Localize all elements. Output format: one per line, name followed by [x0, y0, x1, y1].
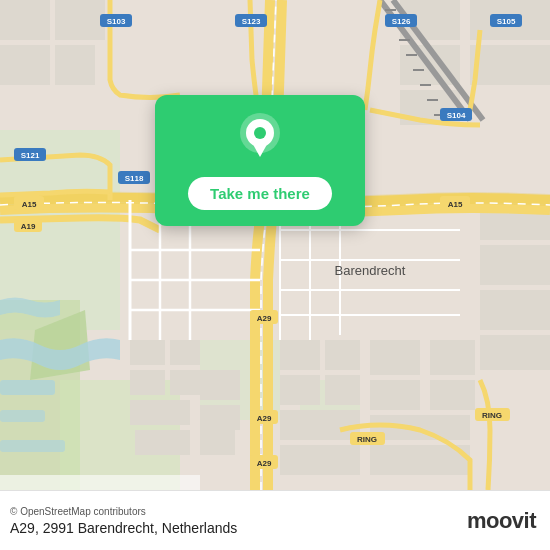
svg-text:A15: A15: [22, 200, 37, 209]
svg-text:S126: S126: [392, 17, 411, 26]
svg-rect-23: [370, 340, 420, 375]
svg-text:A29: A29: [257, 314, 272, 323]
svg-rect-33: [0, 45, 50, 85]
map-area: A15 A15 A15 A29 A29 A29 A19 S103 S121 S1…: [0, 0, 550, 490]
svg-rect-20: [325, 340, 360, 370]
svg-rect-29: [280, 445, 360, 475]
svg-rect-9: [0, 440, 65, 452]
svg-rect-8: [0, 410, 45, 422]
footer: © OpenStreetMap contributors A29, 2991 B…: [0, 490, 550, 550]
svg-rect-15: [200, 370, 240, 400]
svg-text:RING: RING: [482, 411, 502, 420]
svg-text:A15: A15: [448, 200, 463, 209]
svg-text:S103: S103: [107, 17, 126, 26]
svg-rect-87: [0, 475, 200, 490]
osm-credit: © OpenStreetMap contributors: [10, 506, 237, 517]
take-me-there-button[interactable]: Take me there: [188, 177, 332, 210]
svg-rect-22: [325, 375, 360, 405]
svg-rect-24: [430, 340, 475, 375]
svg-rect-17: [135, 430, 190, 455]
moovit-brand-text: moovit: [467, 508, 536, 534]
svg-rect-41: [480, 245, 550, 285]
location-pin-icon: [238, 113, 282, 165]
svg-text:S121: S121: [21, 151, 40, 160]
location-label: A29, 2991 Barendrecht, Netherlands: [10, 520, 237, 536]
svg-rect-21: [280, 375, 320, 405]
svg-text:S104: S104: [447, 111, 466, 120]
svg-text:Barendrecht: Barendrecht: [335, 263, 406, 278]
map-svg: A15 A15 A15 A29 A29 A29 A19 S103 S121 S1…: [0, 0, 550, 490]
svg-text:A29: A29: [257, 459, 272, 468]
svg-rect-27: [280, 410, 360, 440]
svg-rect-10: [130, 340, 165, 365]
svg-text:RING: RING: [357, 435, 377, 444]
svg-text:S118: S118: [125, 174, 144, 183]
svg-rect-18: [200, 430, 235, 455]
svg-point-90: [254, 127, 266, 139]
svg-rect-26: [430, 380, 475, 410]
svg-rect-31: [0, 0, 50, 40]
svg-rect-34: [55, 45, 95, 85]
svg-rect-38: [470, 45, 550, 85]
svg-rect-25: [370, 380, 420, 410]
svg-rect-13: [170, 370, 200, 395]
svg-rect-11: [170, 340, 200, 365]
svg-rect-14: [130, 400, 190, 425]
svg-text:S105: S105: [497, 17, 516, 26]
svg-rect-19: [280, 340, 320, 370]
svg-text:A19: A19: [21, 222, 36, 231]
svg-rect-32: [55, 0, 105, 40]
svg-text:A29: A29: [257, 414, 272, 423]
location-card: Take me there: [155, 95, 365, 226]
svg-rect-43: [480, 335, 550, 370]
svg-rect-12: [130, 370, 165, 395]
svg-rect-42: [480, 290, 550, 330]
svg-text:S123: S123: [242, 17, 261, 26]
svg-rect-16: [200, 405, 240, 430]
svg-rect-7: [0, 380, 55, 395]
moovit-logo: moovit: [467, 508, 536, 534]
footer-info: © OpenStreetMap contributors A29, 2991 B…: [10, 506, 237, 536]
